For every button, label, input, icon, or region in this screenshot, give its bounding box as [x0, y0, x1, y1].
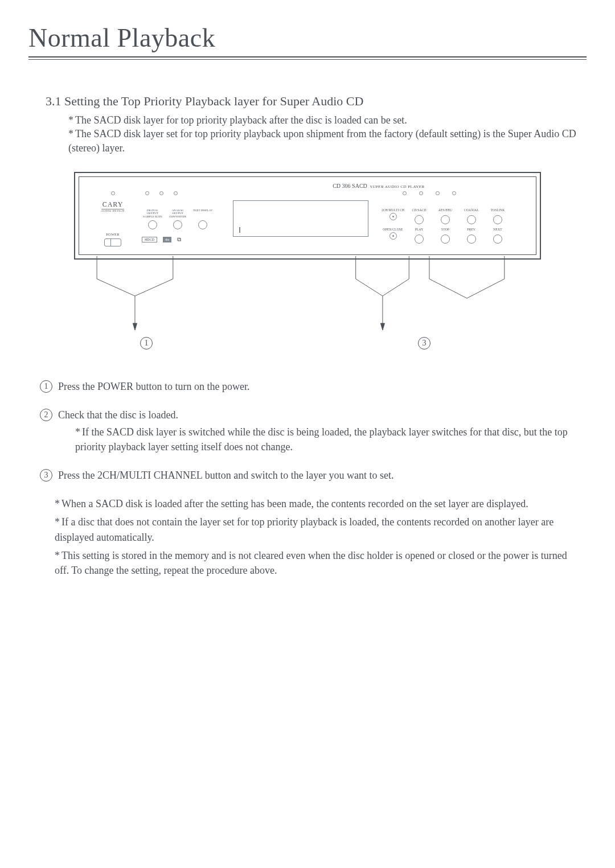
converter-button[interactable]: [173, 220, 182, 229]
aes-ebu-button[interactable]: [441, 215, 450, 224]
play-button[interactable]: [415, 235, 424, 244]
svg-line-2: [97, 279, 135, 296]
closing-note-3: This setting is stored in the memory and…: [55, 550, 567, 576]
intro-note-1: The SACD disk layer for top priority pla…: [75, 114, 407, 126]
power-label: POWER: [87, 233, 138, 236]
closing-notes: *When a SACD disk is loaded after the se…: [55, 496, 569, 577]
display-window: [233, 200, 368, 237]
mid-label-2: ANALOG OUTPUT CONVERTER: [167, 209, 188, 219]
power-button[interactable]: [104, 238, 121, 246]
device-model-sub: SUPER AUDIO CD PLAYER: [370, 184, 425, 189]
stop-button[interactable]: [441, 235, 450, 244]
indicator-led: [159, 191, 163, 195]
indicator-led: [174, 191, 178, 195]
multi-ch-button[interactable]: [390, 213, 397, 220]
toslink-button[interactable]: [493, 215, 502, 224]
power-led: [111, 191, 115, 195]
sample-rate-button[interactable]: [148, 220, 157, 229]
next-button[interactable]: [493, 235, 502, 244]
mid-label-1: DIGITAL OUTPUT SAMPLE-RATE: [142, 209, 163, 219]
svg-marker-5: [133, 323, 137, 330]
closing-note-2: If a disc that does not contain the laye…: [55, 516, 554, 542]
svg-line-14: [429, 279, 467, 298]
svg-line-3: [135, 279, 173, 296]
intro-notes: *The SACD disk layer for top priority pl…: [68, 113, 587, 155]
svg-line-8: [356, 279, 383, 296]
section-heading: 3.1 Setting the Top Priority Playback la…: [46, 94, 587, 109]
step-number-2: 2: [40, 409, 52, 421]
text-display-button[interactable]: [198, 220, 207, 229]
prev-button[interactable]: [467, 235, 476, 244]
closing-note-1: When a SACD disk is loaded after the set…: [62, 498, 528, 509]
indicator-led: [436, 191, 440, 195]
cd-sacd-button[interactable]: [415, 215, 424, 224]
indicator-led: [419, 191, 423, 195]
svg-line-9: [383, 279, 409, 296]
step-number-1: 1: [40, 380, 52, 393]
device-model-main: CD 306 SACD: [333, 183, 367, 189]
hdcd-logo: HDCD: [142, 237, 157, 242]
brand-logo-sub: AUDIO DESIGN: [87, 209, 138, 212]
callout-number-1: 1: [140, 337, 153, 349]
intro-note-2: The SACD disk layer set for top priority…: [68, 128, 576, 153]
dts-logo: dts: [163, 237, 171, 242]
svg-marker-11: [380, 323, 384, 330]
brand-logo: CARY: [101, 200, 125, 209]
svg-line-15: [467, 279, 505, 298]
indicator-led: [452, 191, 456, 195]
step-2-text: Check that the disc is loaded.: [58, 409, 178, 421]
callout-arrows: 1 3: [74, 260, 541, 356]
step-number-3: 3: [40, 469, 52, 482]
mid-label-3: TEXT DISPLAY: [192, 209, 214, 219]
step-2-sub: If the SACD disk layer is switched while…: [75, 426, 568, 452]
step-3-text: Press the 2CH/MULTI CHANNEL button and s…: [58, 470, 394, 481]
page-title: Normal Playback: [28, 23, 587, 53]
open-close-button[interactable]: [390, 232, 397, 240]
device-illustration: CD 306 SACD SUPER AUDIO CD PLAYER CARY A…: [74, 172, 541, 260]
callout-number-3: 3: [418, 337, 430, 349]
sacd-logo: ⧉: [177, 236, 181, 243]
indicator-led: [403, 191, 407, 195]
coaxial-button[interactable]: [467, 215, 476, 224]
disc-tray-slot: [239, 227, 240, 233]
step-1-text: Press the POWER button to turn on the po…: [58, 381, 249, 392]
title-rule: [28, 56, 587, 60]
indicator-led: [145, 191, 149, 195]
